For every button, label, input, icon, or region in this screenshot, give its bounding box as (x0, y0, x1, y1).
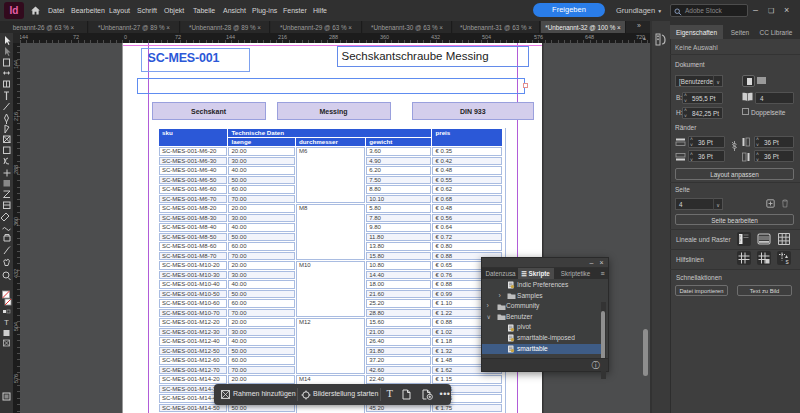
svg-text:T: T (4, 318, 9, 327)
